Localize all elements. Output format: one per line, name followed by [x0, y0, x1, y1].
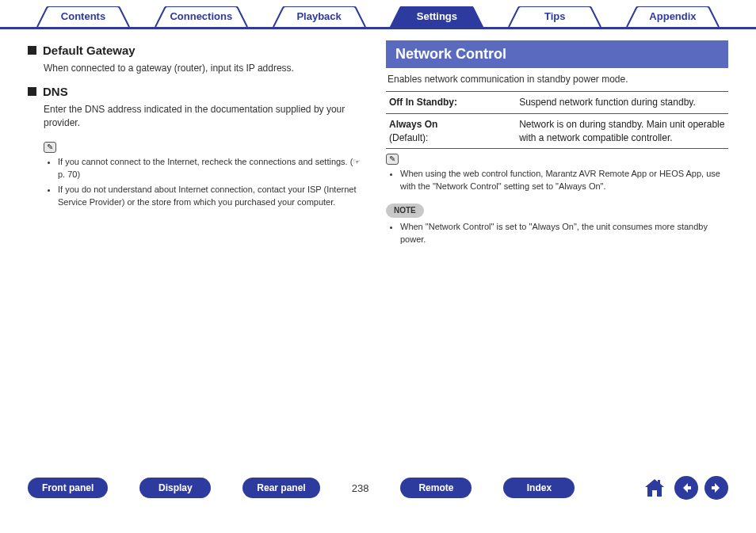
front-panel-button[interactable]: Front panel [28, 478, 108, 498]
right-column: Network Control Enables network communic… [386, 37, 728, 249]
pencil-icon: ✎ [44, 142, 56, 153]
option-label-sub: (Default): [389, 132, 428, 143]
tab-appendix[interactable]: Appendix [617, 6, 728, 27]
tab-label: Contents [61, 10, 105, 22]
tab-label: Tips [544, 10, 566, 22]
options-table: Off In Standby: Suspend network function… [386, 91, 728, 149]
option-label: Always On (Default): [386, 113, 516, 149]
note-item: When "Network Control" is set to "Always… [400, 221, 728, 246]
table-row: Always On (Default): Network is on durin… [386, 113, 728, 149]
next-button[interactable] [704, 476, 728, 500]
tab-contents[interactable]: Contents [28, 6, 139, 27]
table-row: Off In Standby: Suspend network function… [386, 91, 728, 113]
nav-icons [641, 474, 728, 501]
content: Default Gateway When connected to a gate… [0, 29, 756, 249]
arrow-right-icon [710, 482, 723, 494]
home-icon [643, 476, 666, 500]
right-tips: When using the web control function, Mar… [400, 168, 728, 192]
gateway-body: When connected to a gateway (router), in… [44, 62, 370, 75]
dns-body: Enter the DNS address indicated in the d… [44, 103, 370, 130]
index-button[interactable]: Index [503, 478, 575, 498]
prev-button[interactable] [674, 476, 698, 500]
heading-default-gateway: Default Gateway [28, 42, 370, 59]
heading-text: DNS [43, 83, 68, 100]
footer: Front panel Display Rear panel 238 Remot… [0, 474, 756, 501]
section-title-network-control: Network Control [386, 40, 728, 68]
left-notes: If you cannot connect to the Internet, r… [58, 156, 370, 208]
option-label-main: Always On [389, 119, 437, 130]
heading-text: Default Gateway [43, 42, 136, 59]
tab-tips[interactable]: Tips [499, 6, 610, 27]
note-item: When using the web control function, Mar… [400, 168, 728, 192]
pencil-icon: ✎ [386, 154, 399, 165]
heading-dns: DNS [28, 83, 370, 100]
tab-playback[interactable]: Playback [264, 6, 375, 27]
top-tabs: Contents Connections Playback Settings T… [0, 0, 756, 29]
note-item: If you do not understand about Internet … [58, 184, 370, 208]
home-button[interactable] [641, 474, 668, 501]
tab-settings[interactable]: Settings [381, 6, 492, 27]
tab-label: Playback [296, 10, 341, 22]
tab-label: Connections [170, 10, 232, 22]
svg-rect-0 [658, 480, 660, 484]
display-button[interactable]: Display [139, 478, 211, 498]
note-badge: NOTE [386, 204, 424, 218]
square-bullet-icon [28, 87, 36, 96]
tab-label: Settings [417, 10, 457, 22]
option-value: Network is on during standby. Main unit … [516, 113, 728, 149]
square-bullet-icon [28, 46, 36, 55]
remote-button[interactable]: Remote [400, 478, 472, 498]
arrow-left-icon [680, 482, 693, 494]
rear-panel-button[interactable]: Rear panel [242, 478, 319, 498]
network-control-desc: Enables network communication in standby… [388, 73, 728, 86]
tab-connections[interactable]: Connections [146, 6, 257, 27]
tab-label: Appendix [649, 10, 696, 22]
right-note-list: When "Network Control" is set to "Always… [400, 221, 728, 246]
left-column: Default Gateway When connected to a gate… [28, 37, 370, 249]
note-item: If you cannot connect to the Internet, r… [58, 156, 370, 181]
option-value: Suspend network function during standby. [516, 91, 728, 113]
page-number: 238 [352, 482, 369, 494]
option-label: Off In Standby: [386, 91, 516, 113]
